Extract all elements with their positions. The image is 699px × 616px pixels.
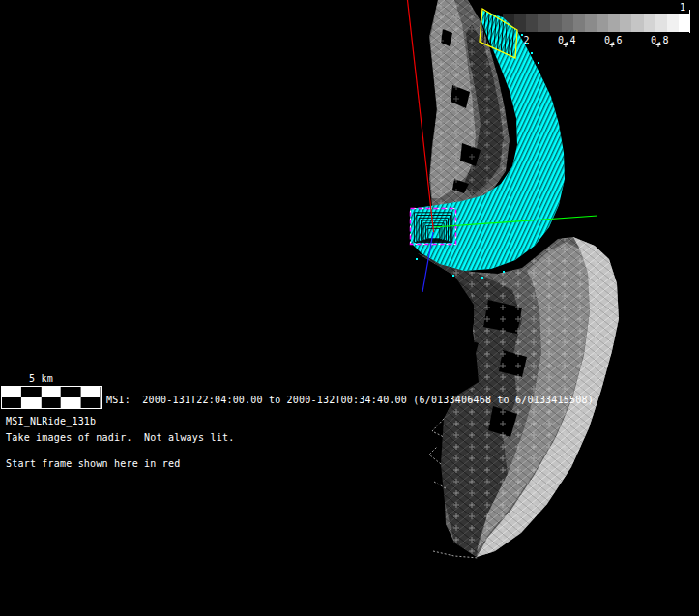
x-axis-red [408,0,434,232]
asteroid-3d-viewport[interactable] [0,0,699,616]
colorbar-tick-marks [564,10,690,47]
asteroid-mesh-south [418,237,619,558]
mesh-south-vertices [418,237,619,557]
application-window: 1 0.2 0.4 0.6 0.8 [0,0,699,616]
